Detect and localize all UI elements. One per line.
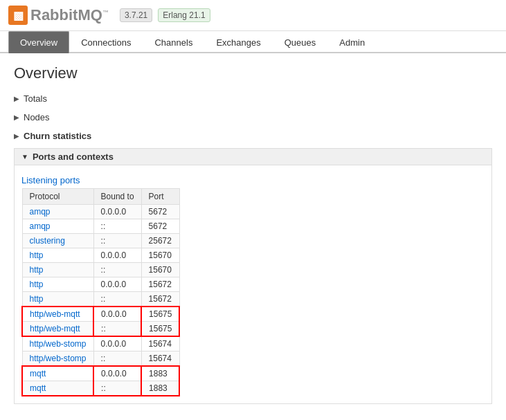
cell-protocol: http [22,248,93,263]
cell-protocol: amqp [22,205,93,219]
cell-port: 15674 [141,336,179,351]
nav-exchanges[interactable]: Exchanges [204,31,272,53]
cell-protocol: http/web-stomp [22,351,93,367]
cell-port: 1883 [141,366,179,381]
cell-protocol: http/web-mqtt [22,307,93,322]
col-protocol: Protocol [22,189,93,205]
table-row: mqtt::1883 [22,381,179,396]
nav-bar: Overview Connections Channels Exchanges … [0,31,506,53]
cell-protocol: mqtt [22,381,93,396]
logo-text: RabbitMQ™ [30,6,109,24]
cell-port: 15672 [141,277,179,292]
section-churn: ▶ Churn statistics [14,128,492,144]
nav-queues[interactable]: Queues [273,31,328,53]
cell-port: 5672 [141,205,179,219]
totals-arrow-icon: ▶ [14,95,19,102]
page-title: Overview [14,64,492,82]
cell-bound: :: [93,219,141,234]
cell-port: 5672 [141,219,179,234]
totals-label: Totals [24,93,47,104]
cell-protocol: amqp [22,219,93,234]
table-row: http::15670 [22,263,179,277]
table-row: http0.0.0.015670 [22,248,179,263]
churn-label: Churn statistics [24,131,91,141]
table-row: http/web-stomp::15674 [22,351,179,367]
erlang-badge: Erlang 21.1 [158,8,210,22]
section-ports: ▼ Ports and contexts Listening ports Pro… [14,148,492,404]
table-row: http/web-mqtt0.0.0.015675 [22,307,179,322]
cell-port: 15670 [141,263,179,277]
table-row: http::15672 [22,292,179,307]
cell-port: 1883 [141,381,179,396]
ports-table: Protocol Bound to Port amqp0.0.0.05672am… [21,188,180,396]
ports-content: Listening ports Protocol Bound to Port a… [15,165,491,403]
main-content: Overview ▶ Totals ▶ Nodes ▶ Churn statis… [0,53,506,415]
cell-bound: :: [93,292,141,307]
nav-admin[interactable]: Admin [327,31,377,53]
cell-bound: 0.0.0.0 [93,366,141,381]
cell-port: 15674 [141,351,179,367]
table-row: amqp0.0.0.05672 [22,205,179,219]
nav-connections[interactable]: Connections [69,31,143,53]
cell-bound: :: [93,351,141,367]
table-row: http0.0.0.015672 [22,277,179,292]
table-header-row: Protocol Bound to Port [22,189,179,205]
col-bound: Bound to [93,189,141,205]
ports-arrow-icon: ▼ [21,153,28,161]
cell-protocol: http [22,292,93,307]
cell-bound: :: [93,381,141,396]
nav-overview[interactable]: Overview [8,31,69,53]
section-churn-header[interactable]: ▶ Churn statistics [14,128,492,144]
cell-port: 15675 [141,307,179,322]
nodes-arrow-icon: ▶ [14,113,19,121]
cell-protocol: http [22,263,93,277]
section-totals-header[interactable]: ▶ Totals [14,91,492,107]
logo: ▩ RabbitMQ™ [8,6,109,25]
section-ports-header[interactable]: ▼ Ports and contexts [15,149,491,165]
cell-port: 25672 [141,234,179,248]
table-row: mqtt0.0.0.01883 [22,366,179,381]
cell-bound: :: [93,263,141,277]
cell-bound: 0.0.0.0 [93,277,141,292]
table-row: clustering::25672 [22,234,179,248]
cell-protocol: clustering [22,234,93,248]
listening-ports-title: Listening ports [15,170,491,188]
section-totals: ▶ Totals [14,91,492,107]
cell-port: 15675 [141,322,179,337]
col-port: Port [141,189,179,205]
cell-bound: 0.0.0.0 [93,205,141,219]
table-row: http/web-stomp0.0.0.015674 [22,336,179,351]
table-row: http/web-mqtt::15675 [22,322,179,337]
nodes-label: Nodes [24,112,50,122]
nav-channels[interactable]: Channels [143,31,204,53]
cell-bound: 0.0.0.0 [93,307,141,322]
cell-port: 15670 [141,248,179,263]
ports-label: Ports and contexts [33,152,114,162]
version-badge: 3.7.21 [120,8,152,22]
app-header: ▩ RabbitMQ™ 3.7.21 Erlang 21.1 [0,0,506,31]
cell-bound: :: [93,322,141,337]
cell-protocol: http/web-mqtt [22,322,93,337]
cell-protocol: mqtt [22,366,93,381]
cell-protocol: http/web-stomp [22,336,93,351]
logo-icon: ▩ [8,6,28,25]
cell-bound: :: [93,234,141,248]
cell-bound: 0.0.0.0 [93,248,141,263]
section-nodes-header[interactable]: ▶ Nodes [14,109,492,125]
table-row: amqp::5672 [22,219,179,234]
churn-arrow-icon: ▶ [14,132,19,140]
section-nodes: ▶ Nodes [14,109,492,125]
cell-protocol: http [22,277,93,292]
cell-bound: 0.0.0.0 [93,336,141,351]
cell-port: 15672 [141,292,179,307]
